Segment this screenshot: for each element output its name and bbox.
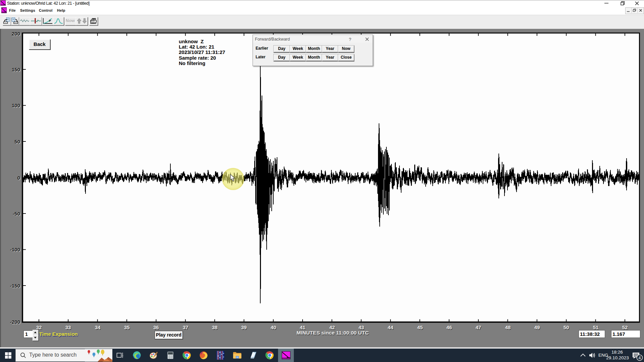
svg-text:4: 4 — [639, 356, 641, 360]
svg-text:?: ? — [349, 37, 351, 42]
